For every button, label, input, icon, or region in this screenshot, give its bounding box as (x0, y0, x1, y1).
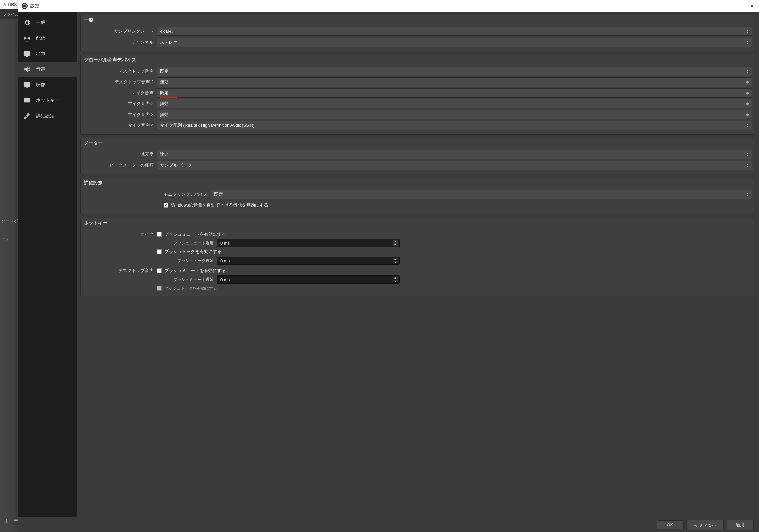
sidebar-item-video[interactable]: 映像 (18, 77, 77, 93)
monitoring-device-label: モニタリングデバイス (83, 191, 211, 197)
spin-icon (745, 39, 750, 46)
sidebar-item-hotkeys[interactable]: ホットキー (18, 93, 77, 108)
spin-icon (745, 100, 750, 107)
desktop-push-mute-enable-checkbox[interactable] (157, 268, 162, 273)
tools-icon (22, 112, 32, 120)
sampling-rate-select[interactable]: 48 kHz (157, 27, 752, 36)
push-talk-delay-label: プッシュトーク遅延 (83, 258, 217, 264)
apply-button[interactable]: 適用 (727, 520, 754, 530)
mic-audio4-select[interactable]: マイク配列 (Realtek High Definition Audio(SST… (157, 121, 752, 130)
output-icon (22, 50, 32, 57)
speaker-icon (22, 66, 32, 73)
spin-icon (745, 28, 750, 35)
spin-icon (745, 89, 750, 97)
mic-audio3-label: マイク音声 3 (83, 112, 157, 118)
obs-logo-icon (22, 3, 28, 9)
monitoring-device-select[interactable]: 既定 (211, 190, 752, 199)
group-general: 一般 サンプリングレート 48 kHz チャンネル ステレオ (80, 15, 754, 51)
group-title: グローバル音声デバイス (80, 55, 754, 65)
channel-select[interactable]: ステレオ (157, 38, 752, 47)
red-underline-annotation (160, 97, 177, 98)
monitor-icon (22, 81, 32, 89)
svg-rect-2 (24, 82, 30, 87)
push-talk-enable-label: プッシュトークを有効にする (164, 249, 222, 255)
sidebar-item-label: 詳細設定 (36, 113, 55, 119)
sidebar-item-output[interactable]: 出力 (18, 46, 77, 62)
spin-icon (745, 162, 750, 169)
spin-icon (745, 151, 750, 158)
gear-icon (22, 19, 32, 26)
hotkey-mic-label: マイク (83, 231, 157, 237)
group-hotkeys: ホットキー マイク プッシュミュートを有効にする プッシュミュート遅延 0 ms (80, 218, 754, 296)
desktop-push-mute-delay-input[interactable]: 0 ms (217, 275, 400, 284)
spin-icon (745, 68, 750, 75)
group-meter: メーター 減衰率 速い ピークメーターの種類 サンプル ピーク (80, 138, 754, 174)
group-title: 一般 (80, 15, 754, 25)
desktop-audio-select[interactable]: 既定 (157, 67, 752, 76)
sidebar-item-label: ホットキー (36, 97, 60, 103)
group-title: 詳細設定 (80, 178, 754, 188)
ok-button[interactable]: OK (657, 520, 684, 529)
mic-audio2-label: マイク音声 2 (83, 101, 157, 107)
push-mute-enable-label: プッシュミュートを有効にする (164, 231, 226, 237)
spin-icon (745, 122, 750, 129)
mic-audio-select[interactable]: 既定 (157, 88, 752, 98)
antenna-icon (22, 34, 32, 42)
cancel-button[interactable]: キャンセル (686, 520, 724, 530)
settings-content: 一般 サンプリングレート 48 kHz チャンネル ステレオ グローバル音声デバ… (77, 12, 759, 517)
disable-ducking-label: Windowsの音量を自動で下げる機能を無効にする (171, 202, 268, 208)
mic-push-mute-enable-checkbox[interactable] (157, 232, 162, 237)
desktop-audio-label: デスクトップ音声 (83, 68, 157, 74)
stepper-icon[interactable] (393, 240, 398, 246)
push-mute-delay-label: プッシュミュート遅延 (83, 277, 217, 283)
sampling-rate-label: サンプリングレート (83, 28, 157, 34)
sidebar-item-advanced[interactable]: 詳細設定 (18, 108, 77, 124)
dialog-titlebar: 設定 × (18, 0, 759, 12)
stepper-icon[interactable] (393, 258, 398, 264)
bg-title: OBS (8, 2, 17, 7)
mic-audio-label: マイク音声 (83, 90, 157, 96)
mic-push-talk-delay-input[interactable]: 0 ms (217, 257, 400, 265)
decay-rate-select[interactable]: 速い (157, 150, 752, 159)
spin-icon (745, 78, 750, 86)
dialog-title: 設定 (30, 3, 39, 9)
push-mute-delay-label: プッシュミュート遅延 (83, 240, 217, 246)
spin-icon (745, 111, 750, 118)
desktop-audio2-select[interactable]: 無効 (157, 77, 752, 87)
mic-audio3-select[interactable]: 無効 (157, 110, 752, 119)
disable-ducking-checkbox[interactable] (164, 203, 168, 208)
group-advanced: 詳細設定 モニタリングデバイス 既定 Windowsの音量を自動で下げる機能を無… (80, 178, 754, 214)
sidebar-item-label: 映像 (36, 82, 45, 88)
sidebar-item-audio[interactable]: 音声 (18, 62, 77, 77)
sidebar-item-stream[interactable]: 配信 (18, 30, 77, 46)
peak-meter-type-select[interactable]: サンプル ピーク (157, 161, 752, 170)
desktop-audio2-label: デスクトップ音声 2 (83, 79, 157, 85)
hotkey-desktop-label: デスクトップ音声 (83, 268, 157, 274)
mic-push-talk-enable-checkbox[interactable] (157, 249, 162, 254)
group-title: メーター (80, 138, 754, 148)
sidebar-item-label: 一般 (36, 20, 45, 26)
dialog-footer: OK キャンセル 適用 (18, 517, 759, 532)
desktop-push-talk-enable-checkbox[interactable] (157, 286, 162, 291)
red-underline-annotation (160, 76, 179, 76)
peak-meter-type-label: ピークメーターの種類 (83, 162, 157, 168)
push-talk-enable-label: プッシュトークを有効にする (164, 286, 217, 291)
spin-icon (745, 191, 750, 198)
group-global-audio-devices: グローバル音声デバイス デスクトップ音声 既定 デスクトップ音声 2 無効 マイ… (80, 55, 754, 135)
mic-push-mute-delay-input[interactable]: 0 ms (217, 239, 400, 247)
keyboard-icon (22, 97, 32, 104)
push-mute-enable-label: プッシュミュートを有効にする (164, 268, 226, 274)
channel-label: チャンネル (83, 39, 157, 45)
mic-audio4-label: マイク音声 4 (83, 122, 157, 128)
mic-audio2-select[interactable]: 無効 (157, 99, 752, 108)
settings-sidebar: 一般 配信 出力 音声 映像 ホットキー (18, 12, 77, 517)
sidebar-item-label: 出力 (36, 51, 45, 57)
sidebar-item-general[interactable]: 一般 (18, 15, 77, 30)
sidebar-item-label: 音声 (36, 66, 45, 72)
decay-rate-label: 減衰率 (83, 151, 157, 158)
group-title: ホットキー (80, 218, 754, 228)
dialog-close-button[interactable]: × (749, 3, 755, 10)
settings-dialog: 設定 × 一般 配信 出力 音声 映像 (18, 0, 759, 532)
sidebar-item-label: 配信 (36, 35, 45, 41)
stepper-icon[interactable] (393, 276, 398, 283)
